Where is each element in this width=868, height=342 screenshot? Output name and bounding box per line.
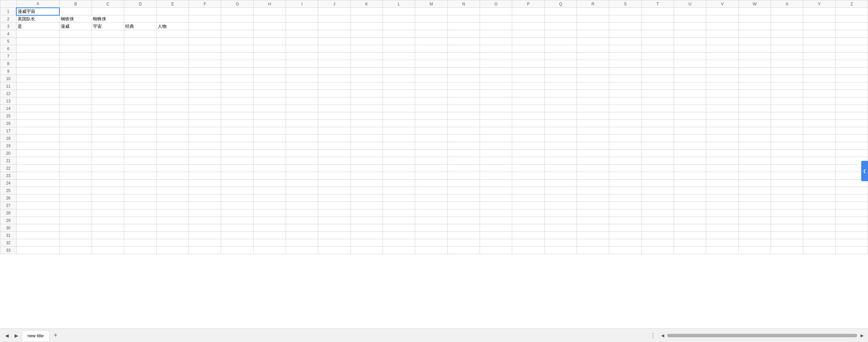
cell-F33[interactable] <box>189 247 221 254</box>
cell-P11[interactable] <box>512 82 544 90</box>
cell-Z16[interactable] <box>835 120 868 127</box>
cell-R10[interactable] <box>577 75 609 82</box>
row-header-21[interactable]: 21 <box>0 157 17 165</box>
cell-X3[interactable] <box>771 23 803 30</box>
cell-G31[interactable] <box>221 232 253 239</box>
cell-D18[interactable] <box>124 135 156 142</box>
cell-U31[interactable] <box>674 232 706 239</box>
cell-N20[interactable] <box>447 150 480 157</box>
cell-T26[interactable] <box>641 194 674 202</box>
cell-S30[interactable] <box>609 224 641 232</box>
cell-G3[interactable] <box>221 23 253 30</box>
cell-G24[interactable] <box>221 179 253 187</box>
cell-B20[interactable] <box>59 150 92 157</box>
cell-B1[interactable] <box>59 8 92 15</box>
col-header-M[interactable]: M <box>415 0 447 8</box>
cell-S31[interactable] <box>609 232 641 239</box>
cell-H9[interactable] <box>253 68 286 75</box>
cell-J30[interactable] <box>318 224 350 232</box>
cell-Y23[interactable] <box>803 172 835 179</box>
cell-A6[interactable] <box>16 45 59 53</box>
cell-C28[interactable] <box>92 209 124 217</box>
cell-E6[interactable] <box>156 45 189 53</box>
cell-G14[interactable] <box>221 105 253 112</box>
cell-B21[interactable] <box>59 157 92 165</box>
cell-Q12[interactable] <box>544 90 577 97</box>
cell-U15[interactable] <box>674 112 706 120</box>
cell-H22[interactable] <box>253 165 286 172</box>
cell-G2[interactable] <box>221 15 253 23</box>
cell-Y13[interactable] <box>803 97 835 105</box>
cell-U24[interactable] <box>674 179 706 187</box>
cell-I7[interactable] <box>286 53 318 60</box>
cell-Q29[interactable] <box>544 217 577 224</box>
cell-O8[interactable] <box>480 60 512 68</box>
cell-W30[interactable] <box>738 224 771 232</box>
cell-C15[interactable] <box>92 112 124 120</box>
cell-N4[interactable] <box>447 30 480 38</box>
cell-O18[interactable] <box>480 135 512 142</box>
row-header-32[interactable]: 32 <box>0 239 17 247</box>
cell-N24[interactable] <box>447 179 480 187</box>
cell-R13[interactable] <box>577 97 609 105</box>
cell-H11[interactable] <box>253 82 286 90</box>
cell-G10[interactable] <box>221 75 253 82</box>
cell-Y25[interactable] <box>803 187 835 194</box>
cell-N33[interactable] <box>447 247 480 254</box>
cell-V8[interactable] <box>706 60 738 68</box>
cell-L26[interactable] <box>383 194 415 202</box>
cell-O11[interactable] <box>480 82 512 90</box>
cell-G9[interactable] <box>221 68 253 75</box>
cell-E20[interactable] <box>156 150 189 157</box>
cell-G25[interactable] <box>221 187 253 194</box>
cell-N21[interactable] <box>447 157 480 165</box>
cell-F14[interactable] <box>189 105 221 112</box>
col-header-X[interactable]: X <box>771 0 803 8</box>
cell-O23[interactable] <box>480 172 512 179</box>
cell-T1[interactable] <box>641 8 674 15</box>
cell-V27[interactable] <box>706 202 738 209</box>
cell-P19[interactable] <box>512 142 544 150</box>
col-header-U[interactable]: U <box>674 0 706 8</box>
cell-F5[interactable] <box>189 38 221 45</box>
row-header-19[interactable]: 19 <box>0 142 17 150</box>
cell-L17[interactable] <box>383 127 415 135</box>
cell-R14[interactable] <box>577 105 609 112</box>
cell-T15[interactable] <box>641 112 674 120</box>
tab-next-button[interactable]: ▶ <box>12 331 20 340</box>
cell-C19[interactable] <box>92 142 124 150</box>
cell-C32[interactable] <box>92 239 124 247</box>
cell-Z18[interactable] <box>835 135 868 142</box>
cell-U20[interactable] <box>674 150 706 157</box>
cell-A26[interactable] <box>16 194 59 202</box>
cell-K27[interactable] <box>350 202 383 209</box>
cell-M20[interactable] <box>415 150 447 157</box>
cell-N5[interactable] <box>447 38 480 45</box>
cell-E11[interactable] <box>156 82 189 90</box>
cell-R18[interactable] <box>577 135 609 142</box>
cell-X25[interactable] <box>771 187 803 194</box>
cell-A1[interactable]: 漫威宇宙 <box>16 8 59 15</box>
cell-R17[interactable] <box>577 127 609 135</box>
cell-B4[interactable] <box>59 30 92 38</box>
cell-D4[interactable] <box>124 30 156 38</box>
cell-G16[interactable] <box>221 120 253 127</box>
cell-R15[interactable] <box>577 112 609 120</box>
cell-J6[interactable] <box>318 45 350 53</box>
cell-H29[interactable] <box>253 217 286 224</box>
cell-R29[interactable] <box>577 217 609 224</box>
cell-B19[interactable] <box>59 142 92 150</box>
cell-S22[interactable] <box>609 165 641 172</box>
cell-U13[interactable] <box>674 97 706 105</box>
cell-L14[interactable] <box>383 105 415 112</box>
cell-K12[interactable] <box>350 90 383 97</box>
cell-I12[interactable] <box>286 90 318 97</box>
cell-F12[interactable] <box>189 90 221 97</box>
cell-K15[interactable] <box>350 112 383 120</box>
cell-A11[interactable] <box>16 82 59 90</box>
cell-O33[interactable] <box>480 247 512 254</box>
cell-E4[interactable] <box>156 30 189 38</box>
cell-Y28[interactable] <box>803 209 835 217</box>
cell-M17[interactable] <box>415 127 447 135</box>
cell-O14[interactable] <box>480 105 512 112</box>
